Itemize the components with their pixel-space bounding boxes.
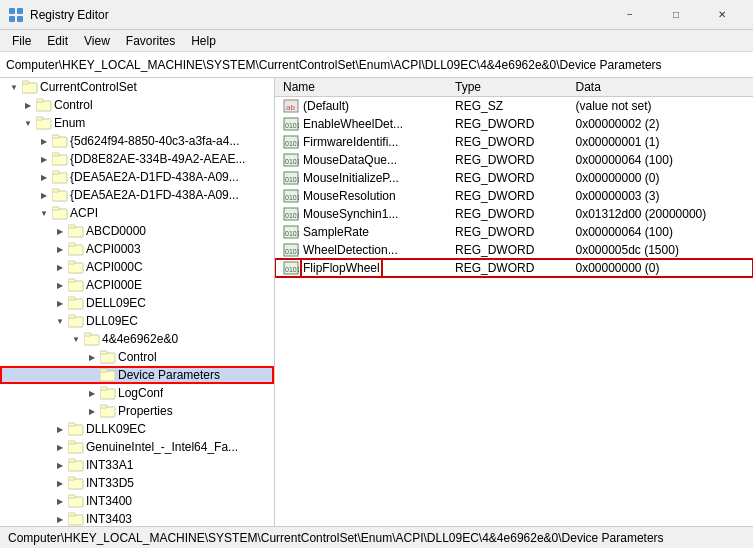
table-row[interactable]: ab(Default)REG_SZ(value not set) <box>275 97 753 116</box>
table-row[interactable]: 0101FlipFlopWheelREG_DWORD0x00000000 (0) <box>275 259 753 277</box>
table-row[interactable]: 0101WheelDetection...REG_DWORD0x000005dc… <box>275 241 753 259</box>
reg-data: 0x00000001 (1) <box>567 133 753 151</box>
tree-item-deviceparams[interactable]: ▶ Device Parameters <box>0 366 274 384</box>
svg-rect-45 <box>68 441 75 444</box>
main-content: ▼ CurrentControlSet ▶ Control ▼ Enum <box>0 78 753 526</box>
table-row[interactable]: 0101FirmwareIdentifi...REG_DWORD0x000000… <box>275 133 753 151</box>
expander-int33a1[interactable]: ▶ <box>52 457 68 473</box>
expander-guid1[interactable]: ▶ <box>36 133 52 149</box>
tree-item-logconf[interactable]: ▶ LogConf <box>0 384 274 402</box>
table-row[interactable]: 0101MouseSynchin1...REG_DWORD0x01312d00 … <box>275 205 753 223</box>
expander-acpi000e[interactable]: ▶ <box>52 277 68 293</box>
tree-item-innercontrol[interactable]: ▶ Control <box>0 348 274 366</box>
expander-innercontrol[interactable]: ▶ <box>84 349 100 365</box>
svg-rect-53 <box>68 513 75 516</box>
tree-item-int3400[interactable]: ▶ INT3400 <box>0 492 274 510</box>
expander-guid3[interactable]: ▶ <box>36 169 52 185</box>
table-row[interactable]: 0101MouseResolutionREG_DWORD0x00000003 (… <box>275 187 753 205</box>
expander-guid2[interactable]: ▶ <box>36 151 52 167</box>
tree-item-dll09ec[interactable]: ▼ DLL09EC <box>0 312 274 330</box>
expander-4e6962e[interactable]: ▼ <box>68 331 84 347</box>
tree-item-enum[interactable]: ▼ Enum <box>0 114 274 132</box>
tree-label-genuineintel: GenuineIntel_-_Intel64_Fa... <box>86 440 238 454</box>
svg-rect-31 <box>68 315 75 318</box>
tree-item-int33d5[interactable]: ▶ INT33D5 <box>0 474 274 492</box>
tree-item-int3403[interactable]: ▶ INT3403 <box>0 510 274 526</box>
reg-name: 0101FirmwareIdentifi... <box>275 133 447 151</box>
reg-data: 0x00000064 (100) <box>567 151 753 169</box>
tree-item-4e6962e[interactable]: ▼ 4&4e6962e&0 <box>0 330 274 348</box>
expander-dll09ec[interactable]: ▼ <box>52 313 68 329</box>
tree-item-acpi[interactable]: ▼ ACPI <box>0 204 274 222</box>
svg-text:ab: ab <box>286 103 295 112</box>
svg-rect-49 <box>68 477 75 480</box>
menu-edit[interactable]: Edit <box>39 32 76 50</box>
reg-name-label: FirmwareIdentifi... <box>303 135 398 149</box>
reg-data: 0x00000003 (3) <box>567 187 753 205</box>
tree-label-int3400: INT3400 <box>86 494 132 508</box>
restore-button[interactable]: □ <box>653 0 699 30</box>
tree-item-int33a1[interactable]: ▶ INT33A1 <box>0 456 274 474</box>
minimize-button[interactable]: − <box>607 0 653 30</box>
svg-text:0101: 0101 <box>285 194 299 201</box>
tree-item-guid3[interactable]: ▶ {DEA5AE2A-D1FD-438A-A09... <box>0 168 274 186</box>
tree-item-guid4[interactable]: ▶ {DEA5AE2A-D1FD-438A-A09... <box>0 186 274 204</box>
tree-item-acpi0003[interactable]: ▶ ACPI0003 <box>0 240 274 258</box>
expander-acpi[interactable]: ▼ <box>36 205 52 221</box>
reg-name-label: FlipFlopWheel <box>303 261 380 275</box>
expander-dllk09ec[interactable]: ▶ <box>52 421 68 437</box>
expander-acpi000c[interactable]: ▶ <box>52 259 68 275</box>
expander-enum[interactable]: ▼ <box>20 115 36 131</box>
menu-help[interactable]: Help <box>183 32 224 50</box>
right-panel[interactable]: Name Type Data ab(Default)REG_SZ(value n… <box>275 78 753 526</box>
expander-guid4[interactable]: ▶ <box>36 187 52 203</box>
col-type: Type <box>447 78 568 97</box>
menu-favorites[interactable]: Favorites <box>118 32 183 50</box>
menu-file[interactable]: File <box>4 32 39 50</box>
tree-item-genuineintel[interactable]: ▶ GenuineIntel_-_Intel64_Fa... <box>0 438 274 456</box>
expander-int3400[interactable]: ▶ <box>52 493 68 509</box>
tree-item-ccs[interactable]: ▼ CurrentControlSet <box>0 78 274 96</box>
tree-label-enum: Enum <box>54 116 85 130</box>
svg-rect-2 <box>9 16 15 22</box>
tree-item-acpi000c[interactable]: ▶ ACPI000C <box>0 258 274 276</box>
expander-dell09ec[interactable]: ▶ <box>52 295 68 311</box>
reg-type: REG_DWORD <box>447 133 568 151</box>
reg-name: 0101MouseResolution <box>275 187 447 205</box>
tree-item-abcd0000[interactable]: ▶ ABCD0000 <box>0 222 274 240</box>
table-row[interactable]: 0101MouseDataQue...REG_DWORD0x00000064 (… <box>275 151 753 169</box>
tree-label-guid2: {DD8E82AE-334B-49A2-AEAE... <box>70 152 245 166</box>
svg-rect-33 <box>84 333 91 336</box>
address-path[interactable]: Computer\HKEY_LOCAL_MACHINE\SYSTEM\Curre… <box>6 58 747 72</box>
tree-panel[interactable]: ▼ CurrentControlSet ▶ Control ▼ Enum <box>0 78 275 526</box>
table-row[interactable]: 0101MouseInitializeP...REG_DWORD0x000000… <box>275 169 753 187</box>
expander-abcd0000[interactable]: ▶ <box>52 223 68 239</box>
expander-genuineintel[interactable]: ▶ <box>52 439 68 455</box>
tree-item-acpi000e[interactable]: ▶ ACPI000E <box>0 276 274 294</box>
tree-item-properties[interactable]: ▶ Properties <box>0 402 274 420</box>
tree-label-ccs: CurrentControlSet <box>40 80 137 94</box>
tree-label-int3403: INT3403 <box>86 512 132 526</box>
menu-view[interactable]: View <box>76 32 118 50</box>
expander-properties[interactable]: ▶ <box>84 403 100 419</box>
reg-data: 0x000005dc (1500) <box>567 241 753 259</box>
tree-item-guid1[interactable]: ▶ {5d624f94-8850-40c3-a3fa-a4... <box>0 132 274 150</box>
reg-name-label: MouseInitializeP... <box>303 171 399 185</box>
expander-logconf[interactable]: ▶ <box>84 385 100 401</box>
table-row[interactable]: 0101SampleRateREG_DWORD0x00000064 (100) <box>275 223 753 241</box>
tree-item-dell09ec[interactable]: ▶ DELL09EC <box>0 294 274 312</box>
close-button[interactable]: ✕ <box>699 0 745 30</box>
expander-control[interactable]: ▶ <box>20 97 36 113</box>
table-row[interactable]: 0101EnableWheelDet...REG_DWORD0x00000002… <box>275 115 753 133</box>
reg-name: 0101MouseInitializeP... <box>275 169 447 187</box>
svg-rect-35 <box>100 351 107 354</box>
title-bar: Registry Editor − □ ✕ <box>0 0 753 30</box>
expander-int3403[interactable]: ▶ <box>52 511 68 526</box>
tree-item-guid2[interactable]: ▶ {DD8E82AE-334B-49A2-AEAE... <box>0 150 274 168</box>
expander-int33d5[interactable]: ▶ <box>52 475 68 491</box>
tree-item-dllk09ec[interactable]: ▶ DLLK09EC <box>0 420 274 438</box>
expander-ccs[interactable]: ▼ <box>6 79 22 95</box>
registry-table: Name Type Data ab(Default)REG_SZ(value n… <box>275 78 753 277</box>
expander-acpi0003[interactable]: ▶ <box>52 241 68 257</box>
tree-item-control[interactable]: ▶ Control <box>0 96 274 114</box>
